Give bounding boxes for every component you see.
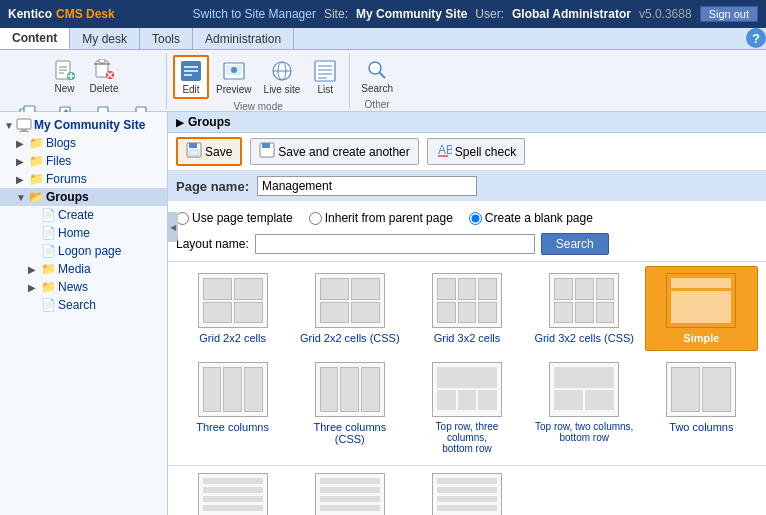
folder-icon-forums: 📁: [28, 171, 44, 187]
layout-item-grid3x2css[interactable]: Grid 3x2 cells (CSS): [528, 266, 641, 351]
svg-rect-38: [17, 119, 31, 129]
layout-item-toprow3[interactable]: Top row, three columns,bottom row: [410, 355, 523, 461]
template-type-radio-group: Use page template Inherit from parent pa…: [168, 207, 766, 229]
thumb-cell: [554, 390, 583, 411]
layout-item-p2-1[interactable]: [176, 466, 289, 515]
sidebar-item-home[interactable]: 📄 Home: [0, 224, 167, 242]
help-icon[interactable]: ?: [746, 28, 766, 48]
new-icon: [53, 58, 77, 82]
radio-blank-input[interactable]: [469, 212, 482, 225]
layout-item-toprow2[interactable]: Top row, two columns,bottom row: [528, 355, 641, 461]
edit-button[interactable]: Edit: [173, 55, 209, 99]
tab-tools[interactable]: Tools: [140, 28, 193, 49]
sidebar-item-blogs[interactable]: ▶ 📁 Blogs: [0, 134, 167, 152]
thumb-cell: [437, 390, 456, 411]
page-icon-logon: 📄: [40, 243, 56, 259]
page-name-input[interactable]: [257, 176, 477, 196]
main-layout: ▼ My Community Site ▶ 📁 Blogs ▶ 📁 Files: [0, 112, 766, 515]
root-arrow: ▼: [4, 120, 16, 131]
thumb-cell: [203, 367, 222, 412]
livesite-button[interactable]: Live site: [259, 56, 306, 98]
sidebar-item-groups[interactable]: ▼ 📂 Groups: [0, 188, 167, 206]
save-button[interactable]: Save: [176, 137, 242, 166]
sidebar-item-media[interactable]: ▶ 📁 Media: [0, 260, 167, 278]
view-mode-label: View mode: [233, 101, 282, 112]
layout-item-twocol[interactable]: Two columns: [645, 355, 758, 461]
thumb-cell: [702, 367, 731, 412]
sidebar-item-forums[interactable]: ▶ 📁 Forums: [0, 170, 167, 188]
toolbar-group-view-mode: Edit Preview: [167, 53, 350, 109]
layout-item-p2-2[interactable]: [293, 466, 406, 515]
sidebar-item-news[interactable]: ▶ 📁 News: [0, 278, 167, 296]
tab-mydesk[interactable]: My desk: [70, 28, 140, 49]
home-label: Home: [58, 226, 90, 240]
layout-item-grid2x2[interactable]: Grid 2x2 cells: [176, 266, 289, 351]
thumb-line: [437, 487, 497, 493]
page-name-row: Page name:: [168, 171, 766, 201]
radio-inherit-label: Inherit from parent page: [325, 211, 453, 225]
search-other-button[interactable]: Search: [356, 55, 398, 97]
svg-rect-9: [99, 59, 105, 63]
sidebar-item-root[interactable]: ▼ My Community Site: [0, 116, 167, 134]
layout-item-threecolcss[interactable]: Three columns (CSS): [293, 355, 406, 461]
layout-item-grid2x2css[interactable]: Grid 2x2 cells (CSS): [293, 266, 406, 351]
layout-thumb-toprow2: [549, 362, 619, 417]
layout-search-button[interactable]: Search: [541, 233, 609, 255]
thumb-cell: [554, 278, 573, 300]
list-button[interactable]: List: [307, 56, 343, 98]
thumb-cell: [596, 278, 615, 300]
thumb-cell: [203, 302, 232, 324]
sidebar-item-logon[interactable]: 📄 Logon page: [0, 242, 167, 260]
switch-site-manager-link[interactable]: Switch to Site Manager: [193, 7, 316, 21]
radio-blank[interactable]: Create a blank page: [469, 211, 593, 225]
thumb-line: [320, 478, 380, 484]
tab-administration[interactable]: Administration: [193, 28, 294, 49]
thumb-line: [320, 505, 380, 511]
tab-content[interactable]: Content: [0, 28, 70, 49]
layout-item-grid3x2[interactable]: Grid 3x2 cells: [410, 266, 523, 351]
list-icon: [313, 59, 337, 83]
root-label: My Community Site: [34, 118, 145, 132]
save-create-icon: [259, 142, 275, 161]
layout-name-input[interactable]: [255, 234, 535, 254]
thumb-simple-inner: [667, 274, 735, 327]
layout-item-simple[interactable]: Simple: [645, 266, 758, 351]
sign-out-button[interactable]: Sign out: [700, 6, 758, 22]
sidebar-collapse-handle[interactable]: ◀: [168, 212, 178, 242]
thumb-cell: [478, 302, 497, 324]
new-button[interactable]: New: [47, 55, 83, 97]
thumb-line: [437, 496, 497, 502]
computer-icon: [16, 117, 32, 133]
toolbar: New Delete: [0, 50, 766, 112]
radio-inherit[interactable]: Inherit from parent page: [309, 211, 453, 225]
sidebar-item-search[interactable]: 📄 Search: [0, 296, 167, 314]
content-area: ◀ ▶ Groups Save: [168, 112, 766, 515]
thumb-line: [203, 505, 263, 511]
layout-label-toprow2: Top row, two columns,bottom row: [535, 421, 633, 443]
radio-inherit-input[interactable]: [309, 212, 322, 225]
layout-item-p2-3[interactable]: [410, 466, 523, 515]
thumb-cell: [585, 390, 614, 411]
sidebar-item-files[interactable]: ▶ 📁 Files: [0, 152, 167, 170]
folder-icon-blogs: 📁: [28, 135, 44, 151]
radio-blank-label: Create a blank page: [485, 211, 593, 225]
kentico-text: Kentico: [8, 7, 52, 21]
svg-point-27: [231, 67, 237, 73]
spell-check-button[interactable]: ABC Spell check: [427, 138, 525, 165]
layout-item-threecol[interactable]: Three columns: [176, 355, 289, 461]
layout-label-toprow3: Top row, three columns,bottom row: [415, 421, 518, 454]
thumb-cell: [351, 278, 380, 300]
save-create-button[interactable]: Save and create another: [250, 138, 418, 165]
delete-button[interactable]: Delete: [85, 55, 124, 97]
thumb-toprow3-inner: [433, 363, 501, 416]
groups-section-header: ▶ Groups: [168, 112, 766, 133]
layout-thumb-simple: [666, 273, 736, 328]
radio-use-template[interactable]: Use page template: [176, 211, 293, 225]
thumb-toprow2-top: [554, 367, 614, 388]
sidebar-item-create[interactable]: 📄 Create: [0, 206, 167, 224]
preview-button[interactable]: Preview: [211, 56, 257, 98]
search-other-icon: [365, 58, 389, 82]
logon-arrow: [28, 246, 40, 257]
blogs-label: Blogs: [46, 136, 76, 150]
layout-grid-page2: [168, 465, 766, 515]
